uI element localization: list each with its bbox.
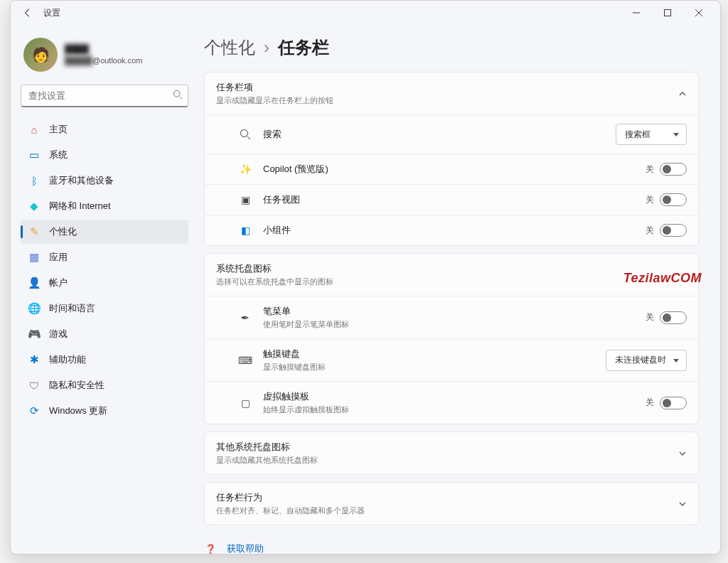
- section-header-behavior[interactable]: 任务栏行为 任务栏对齐、标记、自动隐藏和多个显示器: [205, 483, 698, 525]
- widgets-toggle[interactable]: [660, 224, 687, 237]
- help-icon: ❓: [204, 544, 217, 554]
- profile[interactable]: 🧑 ████ █████@outlook.com: [21, 33, 188, 82]
- arrow-left-icon: [23, 8, 33, 18]
- row-widgets: ◧ 小组件 关: [205, 215, 698, 245]
- content: 个性化 › 任务栏 任务栏项 显示或隐藏显示在任务栏上的按钮 搜索 搜索框: [196, 25, 720, 554]
- section-header-other-tray[interactable]: 其他系统托盘图标 显示或隐藏其他系统托盘图标: [205, 432, 698, 474]
- chevron-down-icon: [678, 500, 687, 508]
- close-button[interactable]: [683, 1, 714, 24]
- chevron-up-icon: [678, 90, 687, 98]
- pen-icon: ✒: [237, 312, 253, 323]
- home-icon: ⌂: [28, 123, 41, 136]
- gaming-icon: 🎮: [28, 328, 41, 341]
- account-icon: 👤: [28, 277, 41, 289]
- accessibility-icon: ✱: [28, 353, 41, 366]
- window-title: 设置: [43, 7, 60, 19]
- footer-links: ❓获取帮助 💬提供反馈: [204, 538, 699, 554]
- maximize-button[interactable]: [652, 1, 683, 24]
- section-header-tray: 系统托盘图标 选择可以在系统托盘中显示的图标: [205, 254, 698, 296]
- update-icon: ⟳: [28, 404, 41, 417]
- row-touchpad: ▢ 虚拟触摸板始终显示虚拟触摸板图标 关: [205, 381, 698, 424]
- settings-window: 设置 🧑 ████ █████@outlook.com ⌂主页 ▭系统: [10, 0, 721, 554]
- get-help-link[interactable]: ❓获取帮助: [204, 538, 699, 554]
- search-icon: [173, 90, 183, 100]
- personalize-icon: ✎: [28, 225, 41, 238]
- breadcrumb-current: 任务栏: [278, 36, 329, 59]
- nav-bluetooth[interactable]: ᛒ蓝牙和其他设备: [21, 168, 188, 193]
- nav-account[interactable]: 👤帐户: [21, 271, 188, 295]
- row-search: 搜索 搜索框: [205, 114, 698, 154]
- pen-toggle[interactable]: [660, 311, 687, 324]
- profile-name: ████: [65, 44, 142, 55]
- row-pen: ✒ 笔菜单使用笔时显示笔菜单图标 关: [205, 296, 698, 338]
- copilot-icon: ✨: [237, 163, 253, 175]
- keyboard-icon: ⌨: [237, 355, 253, 366]
- breadcrumb-parent[interactable]: 个性化: [204, 36, 255, 59]
- close-icon: [695, 9, 702, 16]
- minimize-button[interactable]: [621, 1, 652, 24]
- row-touch-keyboard: ⌨ 触摸键盘显示触摸键盘图标 未连接键盘时: [205, 338, 698, 381]
- row-taskview: ▣ 任务视图 关: [205, 184, 698, 215]
- search-box: [21, 85, 188, 107]
- minimize-icon: [633, 9, 640, 16]
- chevron-down-icon: [678, 449, 687, 458]
- titlebar: 设置: [11, 1, 720, 25]
- svg-rect-0: [665, 10, 671, 16]
- apps-icon: ▦: [28, 251, 41, 264]
- time-icon: 🌐: [28, 302, 41, 315]
- nav: ⌂主页 ▭系统 ᛒ蓝牙和其他设备 ◆网络和 Internet ✎个性化 ▦应用 …: [21, 117, 188, 423]
- section-other-tray: 其他系统托盘图标 显示或隐藏其他系统托盘图标: [204, 431, 699, 475]
- bluetooth-icon: ᛒ: [28, 174, 41, 187]
- taskview-toggle[interactable]: [660, 193, 687, 206]
- search-icon: [237, 129, 253, 140]
- profile-email: █████@outlook.com: [65, 55, 142, 65]
- nav-time[interactable]: 🌐时间和语言: [21, 296, 188, 321]
- nav-gaming[interactable]: 🎮游戏: [21, 322, 188, 346]
- nav-network[interactable]: ◆网络和 Internet: [21, 194, 188, 218]
- section-tray: 系统托盘图标 选择可以在系统托盘中显示的图标 ✒ 笔菜单使用笔时显示笔菜单图标 …: [204, 253, 699, 424]
- section-header-taskbar-items[interactable]: 任务栏项 显示或隐藏显示在任务栏上的按钮: [205, 73, 698, 114]
- nav-system[interactable]: ▭系统: [21, 143, 188, 167]
- avatar: 🧑: [23, 38, 58, 72]
- touch-keyboard-dropdown[interactable]: 未连接键盘时: [606, 350, 687, 371]
- widgets-icon: ◧: [237, 225, 253, 236]
- nav-home[interactable]: ⌂主页: [21, 117, 188, 141]
- nav-update[interactable]: ⟳Windows 更新: [21, 399, 188, 423]
- privacy-icon: 🛡: [28, 379, 41, 392]
- back-button[interactable]: [16, 1, 39, 24]
- chevron-right-icon: ›: [264, 38, 269, 58]
- search-dropdown[interactable]: 搜索框: [616, 124, 687, 145]
- system-icon: ▭: [28, 149, 41, 161]
- row-copilot: ✨ Copilot (预览版) 关: [205, 154, 698, 184]
- section-taskbar-items: 任务栏项 显示或隐藏显示在任务栏上的按钮 搜索 搜索框 ✨ Copilot (预…: [204, 72, 699, 246]
- sidebar: 🧑 ████ █████@outlook.com ⌂主页 ▭系统 ᛒ蓝牙和其他设…: [11, 25, 196, 554]
- svg-point-2: [241, 130, 248, 137]
- taskview-icon: ▣: [237, 194, 253, 205]
- window-controls: [621, 1, 714, 24]
- nav-apps[interactable]: ▦应用: [21, 245, 188, 269]
- search-input[interactable]: [21, 85, 188, 107]
- copilot-toggle[interactable]: [660, 163, 687, 176]
- nav-accessibility[interactable]: ✱辅助功能: [21, 348, 188, 372]
- nav-personalize[interactable]: ✎个性化: [21, 220, 188, 244]
- network-icon: ◆: [28, 200, 41, 213]
- svg-point-1: [173, 90, 180, 97]
- section-behavior: 任务栏行为 任务栏对齐、标记、自动隐藏和多个显示器: [204, 482, 699, 525]
- breadcrumb: 个性化 › 任务栏: [204, 36, 699, 59]
- maximize-icon: [664, 9, 671, 16]
- nav-privacy[interactable]: 🛡隐私和安全性: [21, 373, 188, 397]
- touchpad-toggle[interactable]: [660, 397, 687, 409]
- touchpad-icon: ▢: [237, 397, 253, 409]
